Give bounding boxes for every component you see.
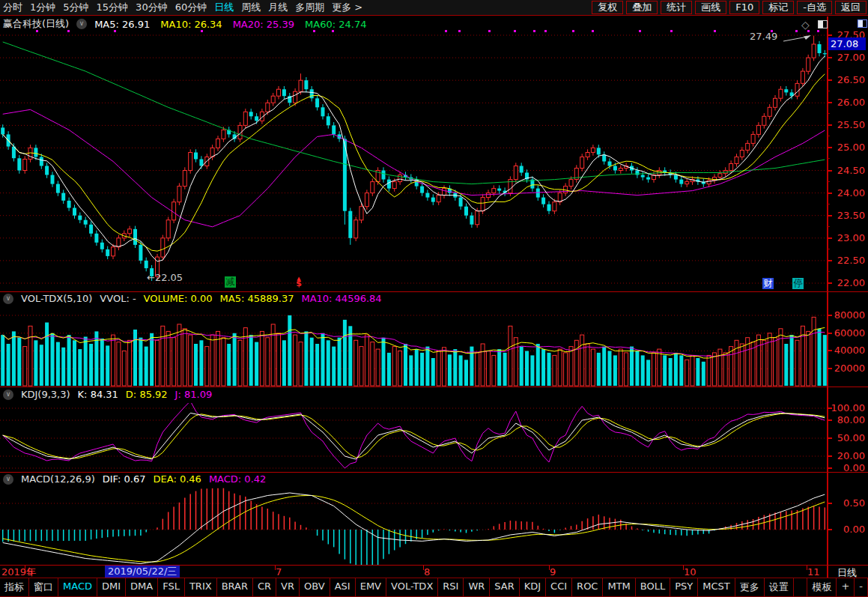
legend-item: DEA: 0.46 [154, 473, 201, 485]
toolbar-item-DMA[interactable]: DMA [125, 578, 158, 597]
collapse-chevron-icon[interactable]: ∨ [3, 390, 13, 400]
y-axis-label: 25.50 [831, 119, 865, 131]
menu-item-4[interactable]: 30分钟 [136, 0, 168, 15]
volume-chart[interactable] [0, 307, 828, 387]
menu-item-0[interactable]: 分时 [3, 0, 22, 15]
y-axis-label: 20000 [831, 363, 865, 375]
marker-badge-teal: 停 [792, 278, 804, 289]
diamond-marker-icon[interactable]: ◇ [801, 19, 810, 31]
y-axis-label: 24.50 [831, 165, 865, 177]
time-axis-label: 10 [684, 566, 696, 578]
menu-item-3[interactable]: 15分钟 [97, 0, 129, 15]
axis-minor-tick [828, 113, 830, 114]
time-axis-label: 7 [276, 566, 282, 578]
toolbar-item-TRIX[interactable]: TRIX [184, 578, 217, 597]
toolbar-item-CR[interactable]: CR [252, 578, 276, 597]
menu-item-6[interactable]: 日线 [214, 0, 234, 15]
legend-item: KDJ(9,3,3) [21, 389, 70, 400]
split-window-icon[interactable] [818, 20, 828, 28]
toolbar-item-指标[interactable]: 指标 [0, 578, 29, 597]
menu-button-3[interactable]: 画线 [695, 1, 726, 14]
axis-tick [828, 215, 832, 216]
kdj-chart[interactable] [0, 403, 828, 473]
toolbar-item-KDJ[interactable]: KDJ [519, 578, 546, 597]
toolbar-item-FSL[interactable]: FSL [157, 578, 185, 597]
toolbar-item-MTM[interactable]: MTM [602, 578, 635, 597]
toolbar-item-MACD[interactable]: MACD [58, 578, 97, 597]
toolbar-right-item-0[interactable]: 模板 [807, 578, 837, 597]
collapse-chevron-icon[interactable]: ∨ [3, 294, 13, 304]
menu-button-2[interactable]: 统计 [661, 1, 692, 14]
menu-button-4[interactable]: F10 [729, 1, 759, 14]
marker-badge-text: $ [296, 281, 302, 286]
axis-tick [828, 315, 832, 316]
toolbar-item-PSY[interactable]: PSY [670, 578, 698, 597]
toolbar-item-MCST[interactable]: MCST [697, 578, 735, 597]
toolbar-item-SAR[interactable]: SAR [489, 578, 519, 597]
axis-tick [828, 34, 832, 36]
toolbar-item-EMV[interactable]: EMV [355, 578, 386, 597]
y-axis-label: 0.00 [831, 524, 865, 536]
indicator-toolbar: 指标窗口MACDDMIDMAFSLTRIXBRARCRVROBVASIEMVVO… [0, 578, 868, 597]
menu-button-0[interactable]: 复权 [592, 1, 623, 14]
toolbar-item-OBV[interactable]: OBV [299, 578, 330, 597]
menu-item-5[interactable]: 60分钟 [175, 0, 207, 15]
menu-button-1[interactable]: 叠加 [626, 1, 658, 14]
legend-item: D: 85.92 [126, 389, 168, 400]
toolbar-right-item-2[interactable]: - [854, 578, 868, 597]
macd-chart[interactable] [0, 487, 828, 566]
toolbar-item-ASI[interactable]: ASI [330, 578, 356, 597]
toolbar-item-CCI[interactable]: CCI [545, 578, 572, 597]
toolbar-item-DMI[interactable]: DMI [97, 578, 126, 597]
y-axis-label: 60000 [831, 327, 865, 339]
toolbar-item-设置[interactable]: 设置 [764, 578, 794, 597]
toolbar-item-BOLL[interactable]: BOLL [635, 578, 670, 597]
y-axis-label: 22.00 [831, 277, 865, 289]
menu-button-7[interactable]: 返回 [835, 1, 867, 14]
main-price-chart[interactable] [0, 16, 828, 291]
y-axis-label: 0.50 [831, 497, 865, 509]
macd-panel-header: ∨ MACD(12,26,9)DIF: 0.67DEA: 0.46MACD: 0… [3, 473, 266, 485]
legend-item: MA5: 45889.37 [220, 293, 294, 304]
corner-window-icon[interactable] [858, 19, 867, 28]
y-axis-label: 100.00 [831, 402, 865, 414]
y-axis-label: 80.00 [831, 414, 865, 426]
menu-item-1[interactable]: 1分钟 [30, 0, 55, 15]
y-axis-label: 23.00 [831, 232, 865, 244]
y-axis-label: 22.50 [831, 255, 865, 267]
kdj-panel-header: ∨ KDJ(9,3,3)K: 84.31D: 85.92J: 81.09 [3, 389, 212, 400]
axis-minor-tick [828, 271, 830, 272]
toolbar-item-RSI[interactable]: RSI [437, 578, 464, 597]
split-window-icon-fill [819, 21, 823, 28]
toolbar-item-BRAR[interactable]: BRAR [216, 578, 253, 597]
y-axis-label: 25.00 [831, 142, 865, 154]
toolbar-item-ROC[interactable]: ROC [571, 578, 603, 597]
axis-tick [828, 437, 832, 439]
toolbar-item-更多[interactable]: 更多 [735, 578, 765, 597]
menu-button-5[interactable]: 标记 [762, 1, 794, 14]
menu-item-8[interactable]: 月线 [268, 0, 288, 15]
collapse-chevron-icon[interactable]: ∨ [3, 474, 13, 485]
legend-item: J: 81.09 [175, 389, 213, 400]
toolbar-right-item-1[interactable]: + [836, 578, 855, 597]
axis-tick [828, 193, 832, 194]
axis-minor-tick [828, 91, 830, 91]
last-price-tag: 27.08 [828, 37, 866, 50]
legend-item: MACD(12,26,9) [21, 473, 95, 485]
panel-separator [0, 472, 868, 473]
menu-button-6[interactable]: -自选 [797, 1, 832, 14]
toolbar-item-WR[interactable]: WR [463, 578, 490, 597]
menu-item-10[interactable]: 更多 > [332, 0, 362, 15]
toolbar-item-窗口[interactable]: 窗口 [28, 578, 58, 597]
toolbar-item-VOL-TDX[interactable]: VOL-TDX [386, 578, 438, 597]
corner-window-icon-fill [858, 20, 863, 27]
toolbar-item-VR[interactable]: VR [276, 578, 300, 597]
volume-legend: VOL-TDX(5,10)VVOL: -VOLUME: 0.00MA5: 458… [21, 293, 382, 304]
y-axis-label: 26.50 [831, 74, 865, 86]
menu-item-2[interactable]: 5分钟 [63, 0, 88, 15]
axis-tick [828, 350, 832, 351]
menu-item-7[interactable]: 周线 [241, 0, 261, 15]
menu-item-9[interactable]: 多周期 [295, 0, 324, 15]
y-axis-label: 24.00 [831, 187, 865, 199]
legend-item: DIF: 0.67 [103, 473, 146, 485]
